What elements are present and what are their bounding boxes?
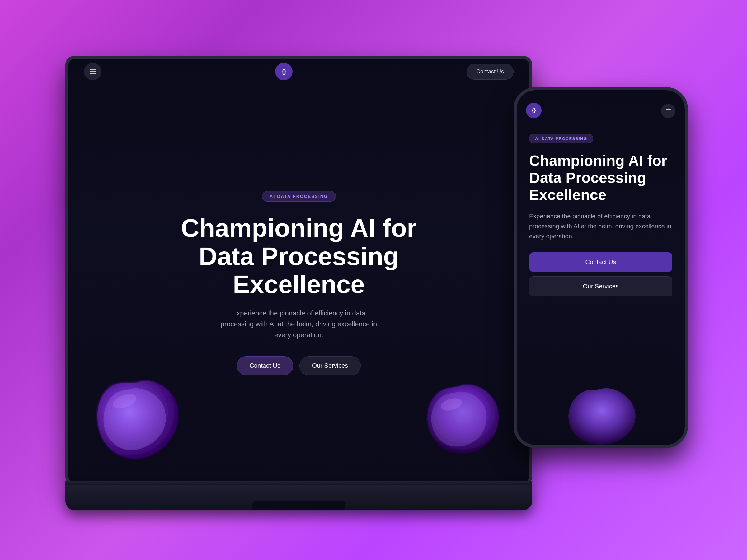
- phone-screen-body: {} AI DATA PROCESSING Championing AI for…: [514, 87, 688, 448]
- phone-hamburger-icon: [666, 109, 671, 113]
- laptop-screen: {} Contact Us AI DATA PROCESSING Champio…: [69, 59, 529, 482]
- phone-logo: {}: [526, 103, 542, 118]
- laptop-menu-button[interactable]: [84, 63, 101, 80]
- laptop-base: [66, 485, 532, 510]
- phone-blob: [560, 383, 641, 445]
- logo-text: {}: [282, 69, 286, 75]
- phone-device: {} AI DATA PROCESSING Championing AI for…: [514, 87, 688, 448]
- laptop-screen-body: {} Contact Us AI DATA PROCESSING Champio…: [66, 56, 532, 485]
- blob-right: [417, 376, 504, 457]
- laptop-contact-button[interactable]: Contact Us: [467, 64, 514, 80]
- hamburger-icon: [89, 69, 96, 74]
- phone-hero-title: Championing AI for Data Processing Excel…: [529, 152, 672, 204]
- scene: {} Contact Us AI DATA PROCESSING Champio…: [47, 31, 700, 529]
- laptop-cta-primary-button[interactable]: Contact Us: [237, 356, 293, 375]
- laptop-navbar: {} Contact Us: [69, 59, 529, 84]
- phone-badge: AI DATA PROCESSING: [529, 134, 593, 143]
- phone-cta-primary-button[interactable]: Contact Us: [529, 252, 672, 272]
- laptop-base-notch: [252, 501, 345, 510]
- laptop-hero-subtitle: Experience the pinnacle of efficiency in…: [218, 308, 380, 341]
- phone-cta-secondary-button[interactable]: Our Services: [529, 276, 672, 296]
- blob-left: [87, 370, 187, 463]
- phone-menu-button[interactable]: [661, 104, 675, 118]
- laptop-cta-row: Contact Us Our Services: [237, 356, 361, 375]
- laptop-device: {} Contact Us AI DATA PROCESSING Champio…: [66, 56, 532, 523]
- phone-notch: [579, 97, 622, 108]
- phone-logo-text: {}: [532, 108, 536, 113]
- laptop-badge: AI DATA PROCESSING: [262, 191, 336, 202]
- laptop-hero-title: Championing AI for Data Processing Excel…: [159, 214, 439, 298]
- phone-screen: {} AI DATA PROCESSING Championing AI for…: [517, 90, 685, 445]
- phone-hero-subtitle: Experience the pinnacle of efficiency in…: [529, 211, 672, 241]
- laptop-cta-secondary-button[interactable]: Our Services: [300, 356, 361, 375]
- laptop-logo: {}: [275, 63, 292, 80]
